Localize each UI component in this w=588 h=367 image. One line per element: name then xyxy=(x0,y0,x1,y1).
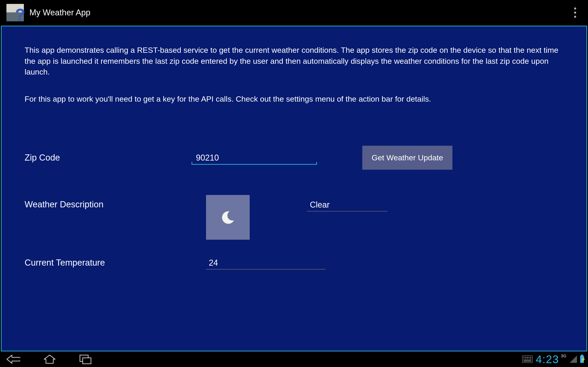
temp-row: Current Temperature 24 xyxy=(25,256,563,269)
action-bar: My Weather App xyxy=(0,0,588,25)
signal-icon xyxy=(570,356,577,363)
app-icon xyxy=(6,4,24,21)
temp-value[interactable]: 24 xyxy=(206,256,326,269)
intro-text-2: For this app to work you'll need to get … xyxy=(25,94,563,105)
clock: 4:23 xyxy=(536,353,559,366)
weather-row: Weather Description Clear xyxy=(25,195,563,240)
svg-rect-1 xyxy=(83,358,91,364)
back-button[interactable] xyxy=(6,354,20,364)
charging-icon: ⚡ xyxy=(581,357,586,362)
get-weather-button[interactable]: Get Weather Update xyxy=(362,146,452,170)
recent-apps-button[interactable] xyxy=(79,354,92,364)
navigation-bar: 4:23 3G ⚡ xyxy=(0,351,588,367)
moon-icon xyxy=(221,210,235,225)
weather-desc-value[interactable]: Clear xyxy=(307,198,388,211)
weather-desc-label: Weather Description xyxy=(25,195,192,209)
zip-label: Zip Code xyxy=(25,153,192,163)
home-button[interactable] xyxy=(43,354,56,364)
zip-input[interactable]: 90210 xyxy=(192,151,316,165)
intro-text-1: This app demonstrates calling a REST-bas… xyxy=(25,45,563,77)
content-area: This app demonstrates calling a REST-bas… xyxy=(1,26,587,351)
network-label: 3G xyxy=(561,354,566,359)
zip-row: Zip Code 90210 Get Weather Update xyxy=(25,146,563,170)
weather-icon-box xyxy=(206,195,250,240)
overflow-menu-button[interactable] xyxy=(571,5,579,20)
temp-label: Current Temperature xyxy=(25,258,192,268)
status-area[interactable]: 4:23 3G ⚡ xyxy=(522,351,584,367)
keyboard-icon xyxy=(522,356,533,363)
app-title: My Weather App xyxy=(29,8,90,17)
battery-icon: ⚡ xyxy=(580,356,584,363)
